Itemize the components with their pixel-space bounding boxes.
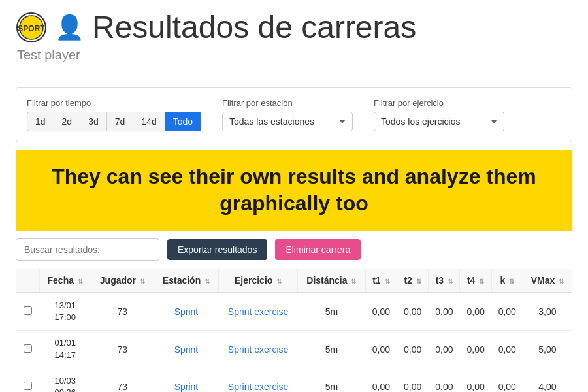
row-distancia: 5m: [298, 293, 366, 331]
station-filter-select[interactable]: Todas las estaciones: [222, 112, 353, 131]
time-btn-7d[interactable]: 7d: [106, 112, 133, 131]
row-vmax: 3,00: [523, 293, 572, 331]
sort-k-icon: ⇅: [509, 278, 514, 285]
sort-t2-icon: ⇅: [416, 278, 421, 285]
table-row: 10/0309:26 73 Sprint Sprint exercise 5m …: [16, 368, 572, 392]
col-estacion[interactable]: Estación ⇅: [154, 269, 218, 293]
row-t2: 0,00: [397, 368, 428, 392]
row-t2: 0,00: [397, 293, 428, 331]
sort-jugador-icon: ⇅: [140, 278, 145, 285]
time-filter-group: Filtrar por tiempo 1d 2d 3d 7d 14d Todo: [27, 98, 201, 131]
time-filter-label: Filtrar por tiempo: [27, 98, 201, 108]
station-filter-group: Filtrar por estación Todas las estacione…: [222, 98, 353, 131]
row-vmax: 4,00: [523, 368, 572, 392]
sort-distancia-icon: ⇅: [351, 278, 356, 285]
row-t4: 0,00: [460, 331, 491, 368]
table-row: 01/0114:17 73 Sprint Sprint exercise 5m …: [16, 331, 572, 368]
svg-text:SPORT: SPORT: [18, 24, 45, 33]
exercise-filter-select[interactable]: Todos los ejercicios: [374, 112, 504, 131]
table-row: 13/0117:00 73 Sprint Sprint exercise 5m …: [16, 293, 572, 331]
row-estacion: Sprint: [154, 293, 218, 331]
row-t3: 0,00: [429, 331, 460, 368]
col-t1[interactable]: t1 ⇅: [365, 269, 397, 293]
time-btn-1d[interactable]: 1d: [27, 112, 54, 131]
row-fecha: 10/0309:26: [39, 368, 91, 392]
col-t3[interactable]: t3 ⇅: [429, 269, 460, 293]
row-ejercicio: Sprint exercise: [219, 368, 298, 392]
station-filter-label: Filtrar por estación: [222, 98, 353, 108]
row-t1: 0,00: [365, 331, 397, 368]
row-k: 0,00: [491, 331, 523, 368]
row-jugador: 73: [91, 293, 154, 331]
col-ejercicio[interactable]: Ejercicio ⇅: [219, 269, 298, 293]
row-jugador: 73: [91, 331, 154, 368]
row-t1: 0,00: [365, 368, 397, 392]
row-t2: 0,00: [397, 331, 428, 368]
time-btn-2d[interactable]: 2d: [54, 112, 80, 131]
row-estacion: Sprint: [154, 368, 218, 392]
row-checkbox-1[interactable]: [24, 344, 32, 353]
sort-fecha-icon: ⇅: [78, 278, 83, 285]
time-btn-3d[interactable]: 3d: [80, 112, 106, 131]
sort-ejercicio-icon: ⇅: [276, 278, 282, 285]
col-jugador[interactable]: Jugador ⇅: [91, 269, 154, 293]
filters-row: Filtrar por tiempo 1d 2d 3d 7d 14d Todo …: [27, 98, 561, 131]
row-checkbox-cell[interactable]: [16, 368, 39, 392]
row-checkbox-0[interactable]: [24, 306, 32, 315]
player-subtitle: Test player: [17, 48, 572, 63]
row-checkbox-cell[interactable]: [16, 293, 39, 331]
page-header: SPORT 👤 Resultados de carreras Test play…: [0, 0, 588, 68]
main-content: Filtrar por tiempo 1d 2d 3d 7d 14d Todo …: [0, 76, 588, 392]
export-button[interactable]: Exportar resultados: [167, 239, 267, 260]
row-ejercicio: Sprint exercise: [219, 293, 298, 331]
table-header-row: Fecha ⇅ Jugador ⇅ Estación ⇅ Ejercicio ⇅…: [16, 269, 572, 293]
row-fecha: 13/0117:00: [39, 293, 91, 331]
row-jugador: 73: [91, 368, 154, 392]
col-distancia[interactable]: Distáncia ⇅: [298, 269, 366, 293]
row-t1: 0,00: [365, 293, 397, 331]
row-checkbox-2[interactable]: [24, 382, 32, 390]
actions-row: Exportar resultados Eliminar carrera: [16, 238, 572, 261]
row-ejercicio: Sprint exercise: [219, 331, 298, 368]
row-fecha: 01/0114:17: [39, 331, 91, 368]
col-k[interactable]: k ⇅: [491, 269, 523, 293]
row-k: 0,00: [491, 293, 523, 331]
sort-estacion-icon: ⇅: [204, 278, 210, 285]
col-checkbox: [16, 269, 39, 293]
row-t4: 0,00: [460, 293, 491, 331]
row-t3: 0,00: [429, 293, 460, 331]
promo-text: They can see their own results and analy…: [52, 165, 536, 216]
col-vmax[interactable]: VMax ⇅: [523, 269, 572, 293]
sort-t4-icon: ⇅: [479, 278, 484, 285]
row-checkbox-cell[interactable]: [16, 331, 39, 368]
sport-logo-icon: SPORT: [16, 12, 47, 43]
page-title: Resultados de carreras: [92, 10, 416, 45]
col-fecha[interactable]: Fecha ⇅: [39, 269, 91, 293]
row-t4: 0,00: [460, 368, 491, 392]
person-icon: 👤: [55, 14, 84, 41]
col-t4[interactable]: t4 ⇅: [460, 269, 491, 293]
row-distancia: 5m: [298, 368, 366, 392]
results-table: Fecha ⇅ Jugador ⇅ Estación ⇅ Ejercicio ⇅…: [16, 269, 572, 392]
search-input[interactable]: [16, 238, 159, 261]
col-t2[interactable]: t2 ⇅: [397, 269, 428, 293]
promo-banner: They can see their own results and analy…: [16, 150, 572, 231]
delete-button[interactable]: Eliminar carrera: [275, 239, 361, 260]
row-estacion: Sprint: [154, 331, 218, 368]
time-buttons-group: 1d 2d 3d 7d 14d Todo: [27, 112, 201, 131]
time-btn-14d[interactable]: 14d: [133, 112, 164, 131]
sort-t1-icon: ⇅: [385, 278, 390, 285]
row-vmax: 5,00: [523, 331, 572, 368]
sort-t3-icon: ⇅: [448, 278, 453, 285]
sort-vmax-icon: ⇅: [559, 278, 564, 285]
row-t3: 0,00: [429, 368, 460, 392]
header-top: SPORT 👤 Resultados de carreras: [16, 10, 572, 45]
exercise-filter-group: Filtrar por ejercicio Todos los ejercici…: [374, 98, 504, 131]
time-btn-todo[interactable]: Todo: [165, 112, 201, 131]
row-distancia: 5m: [298, 331, 366, 368]
row-k: 0,00: [491, 368, 523, 392]
filters-container: Filtrar por tiempo 1d 2d 3d 7d 14d Todo …: [16, 87, 572, 142]
exercise-filter-label: Filtrar por ejercicio: [374, 98, 504, 108]
